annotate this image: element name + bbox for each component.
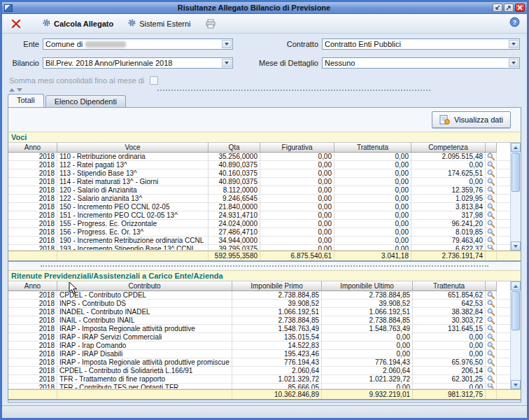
somma-mesi-checkbox[interactable]: [150, 76, 158, 85]
magnifier-icon[interactable]: [486, 384, 497, 388]
magnifier-icon[interactable]: [486, 316, 497, 324]
table-row[interactable]: 2018151 - Incremento PEO CCL 02-05 13^24…: [8, 211, 510, 220]
table-row[interactable]: 2018CPDEL - Contributo CPDEL2.738.884,85…: [8, 291, 510, 300]
tab-totali[interactable]: Totali: [8, 94, 44, 107]
table-row[interactable]: 2018INADEL - Contributo INADEL1.066.192,…: [8, 308, 510, 316]
column-header[interactable]: Trattenuta: [334, 143, 411, 153]
magnifier-icon[interactable]: [486, 211, 497, 219]
calcola-allegato-button[interactable]: Calcola Allegato: [37, 16, 118, 31]
table-row[interactable]: 2018IRAP - IRAP Disabili195.423,460,000,…: [8, 350, 510, 358]
table-row[interactable]: 2018TFR - Contributo TFS per Optanti TFR…: [8, 384, 510, 389]
column-header[interactable]: Imponibile Primo: [232, 281, 322, 291]
tab-elenco-dipendenti[interactable]: Elenco Dipendenti: [45, 95, 126, 107]
cell: 174.625,51: [411, 169, 486, 177]
chevron-down-icon[interactable]: [222, 59, 232, 67]
scroll-up-button[interactable]: [511, 281, 521, 290]
table-row[interactable]: 2018IRAP - Irap Comando14.522,830,000,00: [8, 342, 510, 350]
column-header[interactable]: Figurativa: [260, 143, 334, 153]
magnifier-icon[interactable]: [486, 291, 497, 299]
column-header[interactable]: Contributo: [57, 281, 232, 291]
visualizza-dati-button[interactable]: Visualizza dati: [432, 111, 511, 128]
tables-splitter[interactable]: [8, 262, 521, 270]
magnifier-icon[interactable]: [486, 333, 497, 341]
table-row[interactable]: 2018122 - Salario anzianita 13^9.246,654…: [8, 195, 510, 203]
scroll-down-button[interactable]: [511, 380, 521, 389]
splitter-up-icon[interactable]: [9, 88, 15, 92]
ente-select[interactable]: Comune di: [43, 38, 233, 50]
magnifier-icon[interactable]: [486, 358, 497, 366]
cell: 1.066.192,51: [322, 308, 413, 316]
close-window-button[interactable]: [515, 4, 525, 12]
magnifier-icon[interactable]: [486, 178, 497, 186]
table-row[interactable]: 2018IRAP - IRAP Servizi Commerciali135.0…: [8, 333, 510, 342]
scroll-thumb[interactable]: [512, 291, 520, 330]
column-header[interactable]: Qta: [209, 143, 260, 153]
magnifier-icon[interactable]: [486, 350, 497, 358]
table-row[interactable]: 2018150 - Incremento PEO CCNL 02-0521.84…: [8, 203, 510, 211]
magnifier-icon[interactable]: [486, 245, 497, 250]
chevron-down-icon[interactable]: [509, 59, 519, 67]
magnifier-icon[interactable]: [486, 169, 497, 177]
cell: 39.908,52: [322, 300, 413, 307]
splitter-handle[interactable]: [41, 265, 488, 267]
magnifier-icon[interactable]: [486, 203, 497, 211]
splitter-down-icon[interactable]: [17, 88, 22, 92]
total-cell: 9.932.219,01: [322, 390, 413, 399]
magnifier-icon[interactable]: [486, 342, 497, 349]
table-row[interactable]: 2018193 - Incremento Stipendio Base 13^ …: [8, 245, 510, 251]
table-row[interactable]: 2018INPS - Contributo DS39.908,5239.908,…: [8, 300, 510, 308]
table-row[interactable]: 2018155 - Progress. Ec. Orizzontale24.02…: [8, 220, 510, 228]
sistemi-esterni-button[interactable]: Sistemi Esterni: [122, 16, 195, 31]
magnifier-icon[interactable]: [486, 228, 497, 236]
scroll-up-button[interactable]: [511, 143, 521, 152]
magnifier-icon[interactable]: [486, 308, 497, 316]
table-row[interactable]: 2018114 - Ratei maturati 13^ - Giorni40.…: [8, 178, 510, 186]
scroll-thumb[interactable]: [512, 153, 520, 192]
column-header[interactable]: Trattenuta: [413, 281, 486, 291]
restore-window-button[interactable]: [493, 4, 502, 12]
horizontal-splitter[interactable]: [2, 86, 527, 94]
magnifier-icon[interactable]: [486, 220, 497, 227]
scroll-down-button[interactable]: [511, 241, 521, 251]
column-header[interactable]: Imponibile Ultimo: [322, 281, 413, 291]
table-row[interactable]: 2018IRAP - Imposta Regionale attività pr…: [8, 358, 510, 367]
table-row[interactable]: 2018IRAP - Imposta Regionale attività pr…: [8, 325, 510, 333]
magnifier-icon[interactable]: [486, 195, 497, 202]
table-row[interactable]: 2018TFR - Trattamento di fine rapporto1.…: [8, 375, 510, 384]
magnifier-icon[interactable]: [486, 325, 497, 332]
mese-select[interactable]: Nessuno: [322, 57, 520, 69]
magnifier-icon[interactable]: [486, 300, 497, 307]
bilancio-select[interactable]: Bil.Prev. 2018 Anno/Pluriennale 2018: [43, 57, 233, 69]
table-row[interactable]: 2018110 - Retribuzione ordinaria35.256,0…: [8, 153, 510, 161]
scroll-track[interactable]: [511, 331, 521, 380]
table-row[interactable]: 2018CPDEL - Contributo di Solidarietà L.…: [8, 367, 510, 375]
table-row[interactable]: 2018190 - Incremento Retribuzione ordina…: [8, 237, 510, 245]
magnifier-icon[interactable]: [486, 375, 497, 383]
help-button[interactable]: ?: [509, 17, 520, 30]
contratto-select[interactable]: Contratto Enti Pubblici: [322, 38, 520, 50]
maximize-window-button[interactable]: [504, 4, 514, 12]
exit-button[interactable]: [9, 19, 23, 29]
table-row[interactable]: 2018113 - Stipendio Base 13^40.160,03750…: [8, 169, 510, 178]
magnifier-icon[interactable]: [486, 367, 497, 374]
column-header[interactable]: Anno: [8, 143, 57, 153]
column-header[interactable]: Competenza: [411, 143, 486, 153]
column-header[interactable]: Voce: [57, 143, 209, 153]
chevron-down-icon[interactable]: [509, 40, 519, 48]
column-header[interactable]: Anno: [8, 281, 57, 291]
chevron-down-icon[interactable]: [222, 40, 232, 48]
cell: 2018: [8, 237, 57, 244]
voci-scrollbar[interactable]: [510, 143, 521, 251]
scroll-track[interactable]: [511, 192, 521, 241]
ritenute-scrollbar[interactable]: [510, 281, 521, 389]
table-row[interactable]: 2018112 - Ratei pagati 13^40.890,03750,0…: [8, 161, 510, 169]
splitter-handle[interactable]: [157, 90, 430, 91]
table-row[interactable]: 2018120 - Salario di Anzianita8.112,0000…: [8, 186, 510, 195]
table-row[interactable]: 2018INAIL - Contributo INAIL2.738.884,85…: [8, 316, 510, 325]
magnifier-icon[interactable]: [486, 186, 497, 194]
table-row[interactable]: 2018156 - Progress. Ec. Or. 13^27.486,47…: [8, 228, 510, 237]
print-button[interactable]: [200, 17, 222, 31]
magnifier-icon[interactable]: [486, 237, 497, 244]
magnifier-icon[interactable]: [486, 153, 497, 160]
magnifier-icon[interactable]: [486, 161, 497, 169]
